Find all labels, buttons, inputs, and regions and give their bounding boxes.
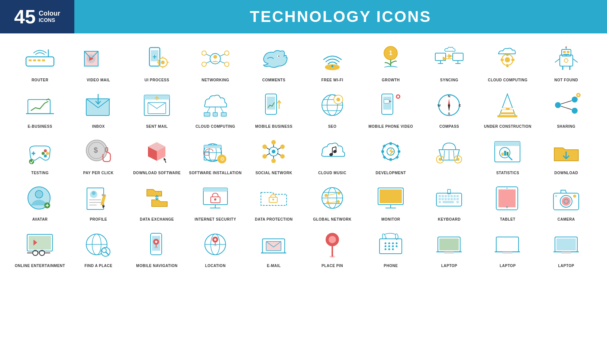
svg-point-287 — [395, 246, 397, 247]
svg-rect-0 — [26, 57, 54, 66]
social-network-label: SOCIAL NETWORK — [255, 170, 292, 175]
not-found-label: NOT FOUND — [554, 78, 578, 82]
svg-point-11 — [161, 61, 165, 64]
svg-point-22 — [202, 62, 206, 66]
not-found-icon — [549, 42, 583, 75]
svg-point-29 — [278, 56, 280, 57]
online-entertainment-icon — [23, 228, 57, 261]
svg-point-282 — [392, 243, 394, 244]
svg-line-56 — [555, 59, 560, 62]
svg-rect-49 — [563, 51, 566, 53]
svg-point-262 — [155, 241, 157, 243]
svg-rect-172 — [501, 153, 504, 156]
svg-text:⚙: ⚙ — [220, 156, 225, 162]
svg-point-102 — [572, 108, 578, 114]
testing-label: TESTING — [31, 170, 49, 175]
svg-point-284 — [384, 246, 386, 247]
networking-label: NETWORKING — [201, 78, 229, 82]
growth-icon: 1 — [374, 42, 407, 75]
svg-rect-232 — [443, 201, 454, 203]
laptop-1-label: LAPTOP — [441, 263, 457, 268]
svg-point-115 — [29, 159, 34, 164]
mobile-navigation-icon — [140, 228, 174, 261]
svg-point-289 — [388, 248, 390, 250]
laptop-2-label: LAPTOP — [500, 263, 516, 268]
svg-point-280 — [384, 243, 386, 244]
svg-point-269 — [214, 238, 216, 241]
svg-rect-38 — [453, 53, 463, 61]
data-exchange-label: DATA EXCHANGE — [140, 217, 174, 222]
tablet-label: TABLET — [500, 217, 516, 222]
svg-rect-233 — [456, 201, 459, 203]
svg-point-208 — [337, 200, 340, 203]
svg-text:⚙: ⚙ — [337, 98, 340, 102]
seo-label: SEO — [328, 124, 337, 129]
svg-rect-174 — [507, 152, 508, 156]
icon-compass: N S E W COMPASS — [420, 85, 478, 132]
development-label: DEVELOPMENT — [375, 170, 406, 175]
icon-e-business: E-BUSINESS — [11, 85, 69, 132]
cloud-computing-2-label: CLOUD COMPUTING — [196, 124, 235, 129]
icon-download: DOWNLOAD — [537, 132, 595, 178]
free-wifi-label: FREE WI-FI — [322, 78, 343, 82]
avatar-icon — [23, 181, 57, 215]
svg-rect-130 — [205, 152, 209, 155]
svg-point-134 — [271, 159, 276, 163]
header-title: TECHNOLOGY ICONS — [74, 8, 607, 26]
svg-rect-222 — [453, 195, 456, 197]
svg-rect-169 — [495, 142, 520, 146]
mobile-business-label: MOBILE BUSINESS — [255, 124, 293, 129]
svg-text:N: N — [448, 94, 451, 98]
icon-email: E-MAIL — [245, 225, 303, 271]
svg-line-107 — [561, 101, 572, 104]
svg-point-281 — [388, 243, 390, 244]
cloud-music-icon — [316, 135, 349, 168]
svg-point-243 — [573, 195, 576, 198]
icon-growth: 1 GROWTH — [362, 39, 420, 85]
data-protection-label: DATA PROTECTION — [255, 217, 293, 222]
svg-text:1: 1 — [389, 50, 392, 56]
software-installation-label: SOFTWARE INSTALLATION — [189, 170, 242, 175]
svg-rect-73 — [221, 113, 226, 116]
place-pin-icon — [316, 228, 349, 261]
icon-software-installation: ⚙ SOFTWARE INSTALLATION — [187, 132, 244, 178]
svg-line-25 — [220, 54, 225, 56]
svg-rect-279 — [380, 239, 402, 254]
ui-process-label: UI PROCESS — [145, 78, 169, 82]
svg-rect-224 — [439, 198, 441, 200]
icon-data-protection: DATA PROTECTION — [245, 178, 303, 225]
svg-point-19 — [213, 55, 217, 59]
svg-line-171 — [508, 156, 512, 160]
svg-line-57 — [573, 59, 578, 62]
find-a-place-icon — [82, 228, 115, 261]
svg-rect-153 — [390, 142, 392, 145]
free-wifi-icon — [316, 42, 349, 75]
online-entertainment-label: ONLINE ENTERTAINMENT — [15, 263, 65, 268]
icon-ui-process: UI PROCESS — [128, 39, 186, 85]
icon-laptop-1: LAPTOP — [420, 225, 478, 271]
svg-rect-3 — [38, 59, 41, 61]
compass-label: COMPASS — [439, 124, 459, 129]
svg-marker-122 — [164, 157, 167, 163]
icons-grid: ROUTER VIDEO MAIL — [0, 33, 607, 277]
email-icon — [257, 228, 291, 261]
svg-rect-71 — [204, 113, 210, 116]
mobile-phone-video-icon — [374, 88, 407, 122]
svg-rect-156 — [398, 150, 400, 153]
icon-statistics: STATISTICS — [479, 132, 536, 178]
icon-mobile-phone-video: MOBILE PHONE VIDEO — [362, 85, 420, 132]
svg-rect-300 — [556, 238, 576, 250]
find-a-place-label: FIND A PLACE — [84, 263, 112, 268]
avatar-label: AVATAR — [32, 217, 48, 222]
svg-rect-298 — [502, 252, 513, 254]
svg-rect-213 — [380, 189, 402, 203]
icon-cloud-computing-2: CLOUD COMPUTING — [187, 85, 244, 132]
profile-label: PROFILE — [90, 217, 107, 222]
svg-point-59 — [565, 46, 567, 48]
camera-label: CAMERA — [558, 217, 575, 222]
svg-point-205 — [325, 194, 327, 197]
router-label: ROUTER — [32, 78, 48, 82]
svg-rect-160 — [395, 156, 399, 159]
syncing-label: SYNCING — [440, 78, 458, 82]
e-business-label: E-BUSINESS — [28, 124, 52, 129]
